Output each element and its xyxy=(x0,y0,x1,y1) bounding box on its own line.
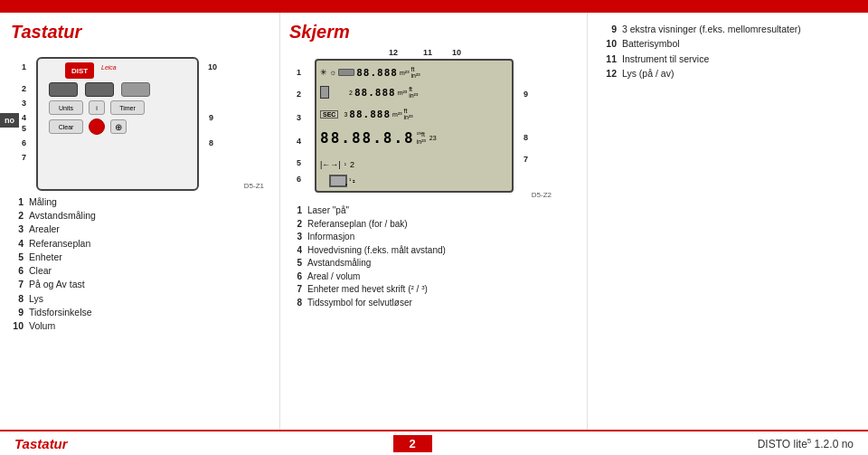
list-item-10: 10Volum xyxy=(11,319,269,333)
kb-num-6: 6 xyxy=(22,138,26,147)
lcd-row5-num: 2 xyxy=(350,160,354,169)
sun-icon: ☼ xyxy=(329,68,336,77)
lcd-units-row1: m²³ xyxy=(400,70,410,76)
left-panel-title: Tastatur xyxy=(11,22,269,43)
lcd-digits-row3: 88.888 xyxy=(349,109,391,120)
bottom-center-page: 2 xyxy=(393,435,432,452)
list-item-3: 3Arealer xyxy=(11,223,269,236)
kb-btn-row1-1[interactable] xyxy=(49,82,78,97)
sc-list-item-5: 5Avstandsmåling xyxy=(289,257,578,270)
sc-num-7: 7 xyxy=(524,155,528,164)
kb-num-9: 9 xyxy=(209,113,213,122)
sc-num-1: 1 xyxy=(297,68,301,77)
kb-num-1: 1 xyxy=(22,62,26,71)
lcd-digits-row1: 88.888 xyxy=(356,67,398,79)
top-bar xyxy=(0,0,868,13)
kb-num-5: 5 xyxy=(22,124,26,133)
kb-btn-timer[interactable]: Timer xyxy=(110,100,145,115)
list-item-1: 1Måling xyxy=(11,195,269,209)
ruler-arrow-icon: |←→| xyxy=(320,160,341,169)
list-item-7: 7På og Av tast xyxy=(11,278,269,291)
lcd-row-4: 88.88.8.8 ¹⁹ftin²³ 23 xyxy=(320,129,508,147)
lcd-row-1: ✳ ☼ 88.888 m²³ ftin²³ xyxy=(320,66,508,79)
kb-btn-circle[interactable] xyxy=(89,118,105,135)
area-icon: ▪ xyxy=(329,175,347,187)
screen-list: 1Laser "på" 2Referanseplan (for / bak) 3… xyxy=(289,204,578,309)
lcd-large-digits: 88.88.8.8 xyxy=(320,129,415,147)
sc-num-4: 4 xyxy=(297,137,301,146)
dist-button[interactable]: DIST xyxy=(65,62,94,79)
bottom-bar: Tastatur 2 DISTO lite5 1.2.0 no xyxy=(0,430,868,455)
kb-num-2: 2 xyxy=(22,84,26,93)
sc-list-item-4: 4Hovedvisning (f.eks. målt avstand) xyxy=(289,244,578,258)
kb-btn-units[interactable]: Units xyxy=(49,100,83,115)
kb-btn-clear[interactable]: Clear xyxy=(49,119,83,134)
sc-num-5: 5 xyxy=(297,158,301,167)
lcd-row6-nums: ¹ ₂ xyxy=(349,177,355,185)
lcd-row5-sup: ¹ xyxy=(344,162,346,168)
lcd-num-3: 3 xyxy=(344,111,347,118)
left-panel: Tastatur no Leica DIST Units i xyxy=(0,13,280,430)
screen-diagram-wrapper: 12 11 10 1 2 3 4 5 6 9 8 7 ✳ ☼ xyxy=(289,48,552,197)
sc-num-12: 12 xyxy=(389,48,398,57)
sc-num-10: 10 xyxy=(452,48,461,57)
sc-num-8: 8 xyxy=(524,133,528,142)
middle-panel-title: Skjerm xyxy=(289,22,578,43)
d5z1-label: D5-Z1 xyxy=(244,182,264,190)
kb-btn-i[interactable]: i xyxy=(89,100,105,115)
main-content: Tastatur no Leica DIST Units i xyxy=(0,13,868,430)
kb-btn-down[interactable]: ⊕ xyxy=(110,119,127,134)
keyboard-row-3: Clear ⊕ xyxy=(49,118,127,135)
lcd-num-2: 2 xyxy=(349,90,353,96)
keyboard-border: Leica DIST Units i Timer Clear xyxy=(36,57,199,191)
no-badge: no xyxy=(0,113,19,128)
lcd-row-5: |←→| ¹ 2 xyxy=(320,160,508,169)
lcd-units-row2: m²³ xyxy=(398,90,408,96)
lcd-ft-row2: ftin²³ xyxy=(409,86,418,99)
lcd-ft-row1: ftin²³ xyxy=(411,66,420,79)
battery-bar-icon xyxy=(338,69,354,76)
keyboard-list: 1Måling 2Avstandsmåling 3Arealer 4Refera… xyxy=(11,195,269,333)
lcd-screen: 1 2 3 4 5 6 9 8 7 ✳ ☼ 88.888 m²³ ftin²³ xyxy=(315,59,514,193)
lcd-row-6: ▪ ¹ ₂ xyxy=(329,175,508,187)
middle-panel: Skjerm 12 11 10 1 2 3 4 5 6 9 8 7 xyxy=(280,13,588,430)
sc-list-item-7: 7Enheter med hevet skrift (² / ³) xyxy=(289,283,578,297)
keyboard-row-2: Units i Timer xyxy=(49,100,145,115)
lcd-row-2: 2 88.888 m²³ ftin²³ xyxy=(320,86,508,99)
kb-btn-row1-3[interactable] xyxy=(121,82,150,97)
lcd-units-row3: m²³ xyxy=(392,111,402,118)
keyboard-diagram: no Leica DIST Units i Timer xyxy=(11,50,264,190)
sc-num-2: 2 xyxy=(297,90,301,99)
kb-num-10: 10 xyxy=(208,62,217,71)
sc-num-11: 11 xyxy=(423,48,432,57)
sc-num-3: 3 xyxy=(297,113,301,122)
lcd-row-3: SEC 3 88.888 m²³ ftin²³ xyxy=(320,108,508,120)
ref-icon xyxy=(320,86,329,99)
kb-num-7: 7 xyxy=(22,153,26,162)
keyboard-row-1 xyxy=(49,82,150,97)
list-item-2: 2Avstandsmåling xyxy=(11,209,269,223)
sc-num-9: 9 xyxy=(524,90,528,99)
rp-item-11: 11 Instrument til service xyxy=(600,52,855,66)
rp-item-10: 10 Batterisymbol xyxy=(600,36,855,51)
kb-num-4: 4 xyxy=(22,113,26,122)
sec-label: SEC xyxy=(320,110,338,118)
sc-list-item-1: 1Laser "på" xyxy=(289,204,578,218)
rp-item-12: 12 Lys (på / av) xyxy=(600,66,855,81)
list-item-6: 6Clear xyxy=(11,264,269,278)
kb-num-3: 3 xyxy=(22,99,26,108)
kb-btn-row1-2[interactable] xyxy=(85,82,114,97)
lcd-digits-row2: 88.888 xyxy=(354,87,396,99)
bottom-right-model: DISTO lite5 1.2.0 no xyxy=(758,437,854,450)
list-item-8: 8Lys xyxy=(11,292,269,306)
sc-list-item-6: 6Areal / volum xyxy=(289,270,578,284)
kb-num-8: 8 xyxy=(209,138,213,147)
sc-num-6: 6 xyxy=(297,175,301,184)
rp-item-9: 9 3 ekstra visninger (f.eks. mellomresul… xyxy=(600,22,855,36)
bottom-left-title: Tastatur xyxy=(14,436,68,451)
sc-list-item-2: 2Referanseplan (for / bak) xyxy=(289,218,578,232)
sc-list-item-3: 3Informasjon xyxy=(289,231,578,244)
d5z2-label: D5-Z2 xyxy=(532,191,552,199)
sc-list-item-8: 8Tidssymbol for selvutløser xyxy=(289,297,578,310)
leica-logo: Leica xyxy=(101,64,117,71)
